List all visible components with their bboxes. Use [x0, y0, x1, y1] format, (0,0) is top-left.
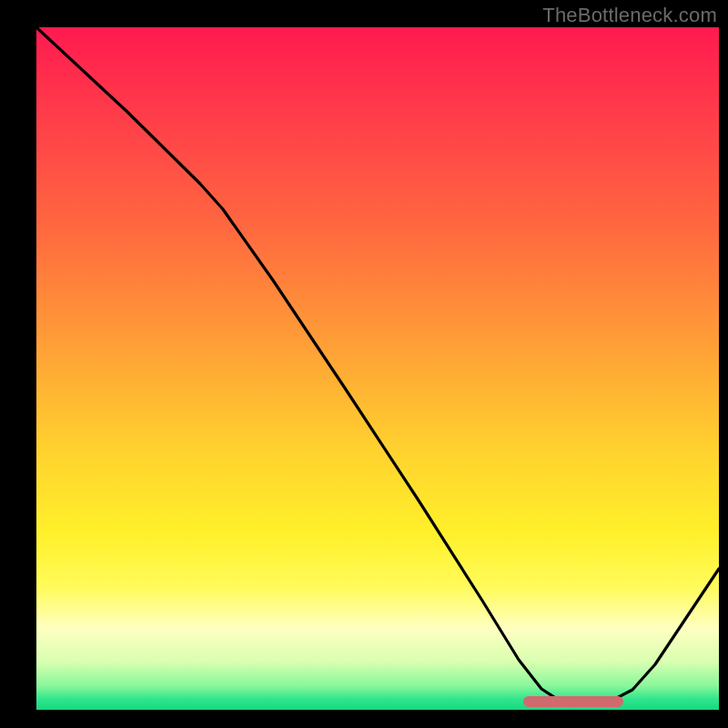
svg-rect-0 — [36, 27, 719, 710]
watermark-label: TheBottleneck.com — [542, 4, 717, 27]
plot-area — [36, 27, 719, 710]
chart-frame: TheBottleneck.com — [0, 0, 728, 728]
background-gradient — [36, 27, 719, 710]
